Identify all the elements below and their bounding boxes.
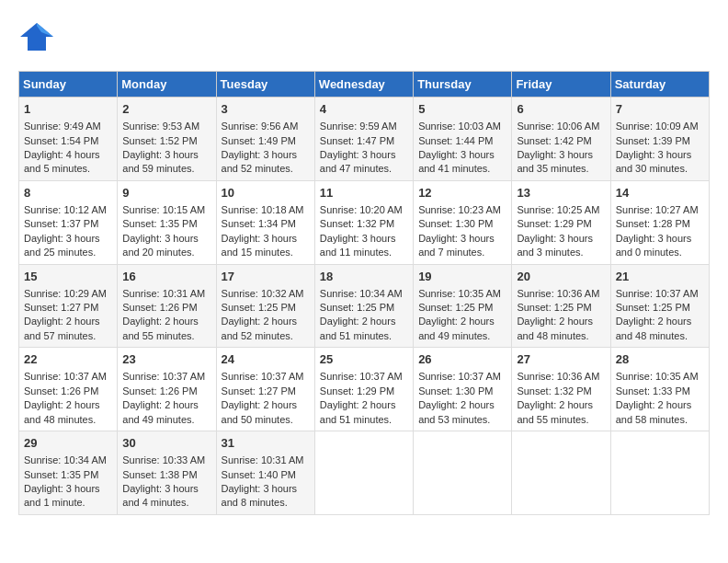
day-number: 22 — [24, 351, 112, 368]
day-info-line: Daylight: 3 hours — [616, 232, 704, 246]
day-info-line: Sunset: 1:49 PM — [222, 134, 310, 148]
header-friday: Friday — [512, 72, 610, 98]
day-number: 25 — [320, 351, 408, 368]
day-number: 28 — [616, 351, 704, 368]
day-info-line: Sunrise: 10:29 AM — [24, 287, 112, 301]
calendar-cell: 27Sunrise: 10:36 AMSunset: 1:32 PMDaylig… — [512, 348, 610, 431]
day-info-line: Sunset: 1:29 PM — [320, 385, 408, 398]
day-info-line: Sunset: 1:37 PM — [24, 217, 112, 231]
calendar-cell — [610, 431, 709, 515]
day-number: 30 — [122, 435, 210, 452]
day-number: 8 — [24, 185, 112, 201]
day-info-line: Sunrise: 10:35 AM — [616, 370, 704, 384]
day-info-line: Sunrise: 10:31 AM — [222, 454, 310, 467]
calendar-table: SundayMondayTuesdayWednesdayThursdayFrid… — [18, 71, 710, 515]
day-number: 14 — [616, 185, 704, 201]
day-info-line: Daylight: 4 hours — [24, 148, 112, 162]
day-info-line: Sunrise: 10:37 AM — [122, 370, 210, 384]
day-number: 29 — [24, 435, 112, 452]
day-number: 2 — [122, 101, 210, 118]
day-info-line: Sunrise: 10:12 AM — [24, 203, 112, 217]
day-info-line: Sunrise: 9:59 AM — [320, 120, 408, 133]
day-info-line: Sunrise: 10:34 AM — [24, 454, 112, 467]
calendar-cell: 2Sunrise: 9:53 AMSunset: 1:52 PMDaylight… — [118, 98, 216, 181]
calendar-cell: 9Sunrise: 10:15 AMSunset: 1:35 PMDayligh… — [118, 180, 216, 264]
day-info-line: and 47 minutes. — [320, 162, 408, 176]
day-number: 31 — [222, 435, 310, 452]
day-info-line: Sunrise: 10:03 AM — [418, 120, 506, 133]
day-info-line: Sunrise: 9:56 AM — [222, 120, 310, 133]
day-info-line: Sunrise: 10:36 AM — [517, 287, 605, 301]
day-number: 5 — [418, 101, 506, 118]
calendar-cell: 4Sunrise: 9:59 AMSunset: 1:47 PMDaylight… — [314, 98, 413, 181]
calendar-header: SundayMondayTuesdayWednesdayThursdayFrid… — [19, 72, 710, 98]
day-info-line: Sunset: 1:38 PM — [122, 468, 210, 482]
day-info-line: Daylight: 3 hours — [122, 482, 210, 496]
calendar-cell: 19Sunrise: 10:35 AMSunset: 1:25 PMDaylig… — [414, 264, 512, 348]
day-info-line: Daylight: 2 hours — [320, 398, 408, 412]
calendar-cell: 8Sunrise: 10:12 AMSunset: 1:37 PMDayligh… — [19, 180, 118, 264]
day-number: 4 — [320, 101, 408, 118]
day-info-line: Sunrise: 10:37 AM — [320, 370, 408, 384]
day-info-line: Sunrise: 10:20 AM — [320, 203, 408, 217]
day-info-line: Sunset: 1:25 PM — [320, 301, 408, 315]
day-info-line: Sunset: 1:32 PM — [517, 385, 605, 398]
day-info-line: Sunrise: 9:53 AM — [122, 120, 210, 133]
day-info-line: Daylight: 3 hours — [418, 148, 506, 162]
day-info-line: Sunset: 1:47 PM — [320, 134, 408, 148]
calendar-week-5: 29Sunrise: 10:34 AMSunset: 1:35 PMDaylig… — [19, 431, 710, 515]
day-number: 26 — [418, 351, 506, 368]
day-info-line: Sunrise: 10:35 AM — [418, 287, 506, 301]
day-info-line: Daylight: 2 hours — [517, 398, 605, 412]
day-info-line: Sunset: 1:33 PM — [616, 385, 704, 398]
day-info-line: Sunrise: 10:37 AM — [616, 287, 704, 301]
calendar-cell: 1Sunrise: 9:49 AMSunset: 1:54 PMDaylight… — [19, 98, 118, 181]
day-info-line: Sunset: 1:25 PM — [517, 301, 605, 315]
day-info-line: and 48 minutes. — [616, 329, 704, 343]
calendar-cell: 29Sunrise: 10:34 AMSunset: 1:35 PMDaylig… — [19, 431, 118, 515]
header-tuesday: Tuesday — [216, 72, 314, 98]
calendar-cell: 21Sunrise: 10:37 AMSunset: 1:25 PMDaylig… — [610, 264, 709, 348]
day-number: 15 — [24, 269, 112, 285]
day-number: 24 — [222, 351, 310, 368]
day-info-line: and 7 minutes. — [418, 246, 506, 259]
day-info-line: Daylight: 3 hours — [616, 148, 704, 162]
day-info-line: Sunrise: 10:36 AM — [517, 370, 605, 384]
day-info-line: and 41 minutes. — [418, 162, 506, 176]
day-info-line: Daylight: 3 hours — [24, 482, 112, 496]
calendar-cell — [314, 431, 413, 515]
day-info-line: Sunset: 1:34 PM — [222, 217, 310, 231]
day-info-line: Sunrise: 10:37 AM — [222, 370, 310, 384]
day-info-line: and 48 minutes. — [24, 413, 112, 427]
day-info-line: Daylight: 3 hours — [517, 232, 605, 246]
day-info-line: Sunset: 1:25 PM — [222, 301, 310, 315]
day-info-line: Sunset: 1:26 PM — [122, 301, 210, 315]
day-info-line: and 11 minutes. — [320, 246, 408, 259]
calendar-cell — [512, 431, 610, 515]
day-info-line: and 52 minutes. — [222, 162, 310, 176]
day-info-line: Sunrise: 10:25 AM — [517, 203, 605, 217]
day-info-line: Sunset: 1:30 PM — [418, 385, 506, 398]
day-info-line: Sunrise: 10:27 AM — [616, 203, 704, 217]
calendar-cell: 11Sunrise: 10:20 AMSunset: 1:32 PMDaylig… — [314, 180, 413, 264]
day-info-line: Sunrise: 10:37 AM — [418, 370, 506, 384]
day-info-line: and 49 minutes. — [122, 413, 210, 427]
calendar-week-2: 8Sunrise: 10:12 AMSunset: 1:37 PMDayligh… — [19, 180, 710, 264]
day-info-line: Sunrise: 10:37 AM — [24, 370, 112, 384]
header-sunday: Sunday — [19, 72, 118, 98]
calendar-week-3: 15Sunrise: 10:29 AMSunset: 1:27 PMDaylig… — [19, 264, 710, 348]
day-info-line: Sunset: 1:30 PM — [418, 217, 506, 231]
day-info-line: and 25 minutes. — [24, 246, 112, 259]
day-info-line: Sunrise: 10:33 AM — [122, 454, 210, 467]
header-wednesday: Wednesday — [314, 72, 413, 98]
calendar-cell: 26Sunrise: 10:37 AMSunset: 1:30 PMDaylig… — [414, 348, 512, 431]
day-number: 3 — [222, 101, 310, 118]
day-info-line: Daylight: 2 hours — [222, 398, 310, 412]
calendar-week-4: 22Sunrise: 10:37 AMSunset: 1:26 PMDaylig… — [19, 348, 710, 431]
day-info-line: and 51 minutes. — [320, 329, 408, 343]
day-info-line: Daylight: 3 hours — [320, 148, 408, 162]
header-monday: Monday — [118, 72, 216, 98]
day-info-line: Sunset: 1:26 PM — [24, 385, 112, 398]
day-info-line: Daylight: 2 hours — [418, 398, 506, 412]
day-info-line: and 30 minutes. — [616, 162, 704, 176]
